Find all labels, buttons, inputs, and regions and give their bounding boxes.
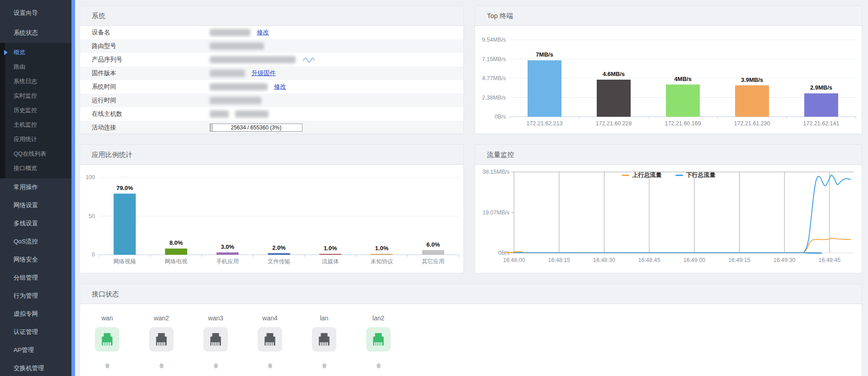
system-info-label: 设备名 xyxy=(80,29,210,37)
series-上行总流量 xyxy=(505,238,850,253)
x-tick-label: 16:49:15 xyxy=(728,257,750,263)
system-info-value xyxy=(210,56,315,63)
sidebar-item[interactable]: 系统状态 xyxy=(0,23,71,43)
system-info-row: 产品序列号 xyxy=(80,53,463,67)
redacted-value xyxy=(210,70,245,77)
bar-172.21.60.228 xyxy=(597,80,631,117)
bar-value-label: 2.0% xyxy=(272,244,286,251)
sidebar-item[interactable]: QoS流控 xyxy=(0,233,71,251)
sidebar-subitem[interactable]: 历史监控 xyxy=(5,103,71,118)
x-category-label: 其它应用 xyxy=(422,258,444,265)
bar-网络视频 xyxy=(113,194,136,255)
sidebar-item[interactable]: 认证管理 xyxy=(0,323,71,341)
sidebar-item[interactable]: 设置向导 xyxy=(0,3,71,23)
chart-legend: 上行总流量下行总流量 xyxy=(475,171,862,179)
redacted-value xyxy=(235,110,269,118)
sidebar: 设置向导系统状态 概览路由系统日志实时监控历史监控主机监控应用统计QQ在线列表接… xyxy=(0,0,75,376)
x-tick-label: 16:49:00 xyxy=(683,257,705,263)
y-tick-label: 7.15MB/s xyxy=(482,56,506,62)
sidebar-subitem[interactable]: 系统日志 xyxy=(5,74,71,89)
redacted-value xyxy=(210,97,261,104)
x-category-label: 172.21.62.213 xyxy=(527,120,563,127)
x-category-label: 172.21.61.230 xyxy=(734,120,770,127)
legend-item-上行总流量[interactable]: 上行总流量 xyxy=(622,171,662,179)
system-info-table: 设备名修改路由型号产品序列号固件版本升级固件系统时间修改运行时间在线主机数活动连… xyxy=(80,26,463,134)
system-info-row: 运行时间 xyxy=(80,94,463,107)
interface-name: lan2 xyxy=(373,314,384,322)
sidebar-subitem[interactable]: 应用统计 xyxy=(5,132,71,147)
x-category-label: 172.21.62.141 xyxy=(803,120,840,127)
sidebar-item[interactable]: 行为管理 xyxy=(0,287,71,305)
status-dot xyxy=(322,363,326,368)
system-info-value xyxy=(210,97,261,104)
edit-link[interactable]: 升级固件 xyxy=(251,69,276,77)
sidebar-subitem[interactable]: 概览 xyxy=(5,45,71,60)
bar-value-label: 7MB/s xyxy=(536,51,553,58)
x-category-label: 网络视频 xyxy=(113,258,136,265)
rj45-port-icon xyxy=(99,332,115,347)
system-info-row: 活动连接25634 / 655360 (3%) xyxy=(80,121,463,134)
system-panel-title: 系统 xyxy=(80,6,463,26)
system-info-row: 设备名修改 xyxy=(80,26,463,39)
edit-link[interactable]: 修改 xyxy=(274,83,286,91)
system-info-row: 路由型号 xyxy=(80,39,463,53)
sidebar-item[interactable]: 多线设置 xyxy=(0,214,71,233)
bar-value-label: 6.0% xyxy=(426,241,440,248)
traffic-monitor-panel: 流量监控 16:48:0016:48:1516:48:3016:48:4516:… xyxy=(475,144,862,273)
ethernet-port-icon xyxy=(203,327,228,352)
legend-label: 下行总流量 xyxy=(686,171,716,179)
sidebar-item[interactable]: 常用操作 xyxy=(0,178,71,196)
sidebar-item[interactable]: 交换机管理 xyxy=(0,359,71,376)
top-terminals-chart: 0B/s2.38MB/s4.77MB/s7.15MB/s9.54MB/s7MB/… xyxy=(475,26,862,134)
sidebar-item[interactable]: 网络设置 xyxy=(0,196,71,214)
bar-172.21.62.213 xyxy=(528,60,561,117)
sidebar-item[interactable]: 分组管理 xyxy=(0,269,71,287)
interface-item-wan4: wan4 xyxy=(243,314,297,368)
app-ratio-chart: 05010079.0%网络视频8.0%网络电视3.0%手机应用2.0%文件传输1… xyxy=(80,165,463,273)
sidebar-item[interactable]: 虚拟专网 xyxy=(0,305,71,323)
x-category-label: 手机应用 xyxy=(216,258,239,265)
x-category-label: 文件传输 xyxy=(268,258,290,265)
system-info-value: 升级固件 xyxy=(210,69,276,77)
system-panel: 系统 设备名修改路由型号产品序列号固件版本升级固件系统时间修改运行时间在线主机数… xyxy=(80,5,464,134)
traffic-line-svg: 16:48:0016:48:1516:48:3016:48:4516:49:00… xyxy=(475,165,861,273)
ethernet-port-icon xyxy=(95,327,119,352)
sidebar-item[interactable]: AP管理 xyxy=(0,341,71,359)
bar-未知协议 xyxy=(371,254,393,255)
bar-value-label: 4MB/s xyxy=(674,76,691,82)
sidebar-subitem[interactable]: QQ在线列表 xyxy=(5,147,71,161)
squiggle-icon xyxy=(303,57,315,63)
y-tick-label: 0 xyxy=(92,252,95,258)
status-dot xyxy=(160,363,164,368)
sidebar-scrollbar[interactable] xyxy=(71,0,75,376)
status-dot xyxy=(268,363,272,368)
sidebar-menu: 设置向导系统状态 概览路由系统日志实时监控历史监控主机监控应用统计QQ在线列表接… xyxy=(0,0,71,376)
sidebar-subitem[interactable]: 主机监控 xyxy=(5,118,71,132)
interface-item-wan: wan xyxy=(80,314,134,368)
system-info-label: 系统时间 xyxy=(80,83,210,91)
x-tick-label: 16:48:00 xyxy=(503,257,525,263)
redacted-value xyxy=(210,110,229,118)
main-content: 系统 设备名修改路由型号产品序列号固件版本升级固件系统时间修改运行时间在线主机数… xyxy=(75,0,868,376)
sidebar-item[interactable]: 网络安全 xyxy=(0,251,71,269)
legend-item-下行总流量[interactable]: 下行总流量 xyxy=(675,171,716,179)
bar-其它应用 xyxy=(422,250,444,255)
system-info-value: 修改 xyxy=(210,83,286,91)
ethernet-port-icon xyxy=(366,327,391,352)
y-tick-label: 2.38MB/s xyxy=(482,95,506,101)
app-ratio-panel: 应用比例统计 05010079.0%网络视频8.0%网络电视3.0%手机应用2.… xyxy=(80,144,464,273)
interface-status-panel: 接口状态 wanwan2wan3wan4lanlan2 xyxy=(80,284,862,376)
edit-link[interactable]: 修改 xyxy=(257,29,269,37)
sidebar-subitem[interactable]: 实时监控 xyxy=(5,89,71,103)
sidebar-subitem[interactable]: 接口概览 xyxy=(5,161,71,176)
interface-status-title: 接口状态 xyxy=(80,284,862,304)
legend-line-icon xyxy=(622,175,629,176)
y-tick-label: 9.54MB/s xyxy=(482,37,506,43)
sidebar-subitem[interactable]: 路由 xyxy=(5,60,71,74)
bar-value-label: 4.6MB/s xyxy=(603,71,625,77)
Top 终端-svg: 0B/s2.38MB/s4.77MB/s7.15MB/s9.54MB/s7MB/… xyxy=(475,26,861,133)
y-tick-label: 19.07MB/s xyxy=(482,209,509,216)
x-tick-label: 16:49:30 xyxy=(774,257,796,263)
status-dot xyxy=(377,363,381,368)
interface-item-lan2: lan2 xyxy=(351,314,406,368)
